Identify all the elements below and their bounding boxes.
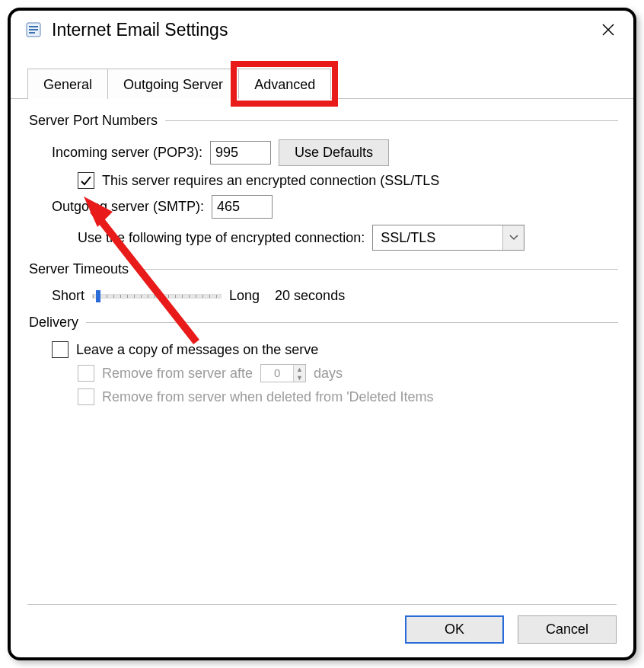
ssl-checkbox[interactable] — [78, 172, 94, 189]
remove-after-days-value: 0 — [261, 365, 293, 382]
ssl-checkbox-label: This server requires an encrypted connec… — [102, 173, 439, 189]
remove-after-checkbox — [78, 365, 94, 382]
window-title: Internet Email Settings — [52, 20, 228, 40]
section-rule — [86, 322, 618, 323]
section-rule — [165, 120, 618, 121]
encryption-type-dropdown[interactable]: SSL/TLS — [372, 225, 524, 251]
leave-copy-label: Leave a copy of messages on the serve — [76, 342, 318, 358]
encryption-type-value: SSL/TLS — [373, 230, 502, 246]
section-title-timeouts: Server Timeouts — [29, 261, 129, 277]
dialog-footer: OK Cancel — [27, 604, 617, 644]
tab-panel-advanced: Server Port Numbers Incoming server (POP… — [11, 98, 633, 408]
outgoing-server-label: Outgoing server (SMTP): — [52, 199, 204, 215]
remove-after-days-spinner: 0 ▲ ▼ — [260, 364, 306, 382]
timeout-value: 20 seconds — [275, 288, 345, 304]
tab-general[interactable]: General — [27, 69, 108, 99]
tab-bar: General Outgoing Server Advanced — [27, 69, 633, 99]
remove-after-label: Remove from server afte — [102, 366, 253, 382]
incoming-server-label: Incoming server (POP3): — [52, 145, 202, 161]
section-title-delivery: Delivery — [29, 315, 78, 331]
incoming-port-input[interactable] — [210, 141, 271, 165]
app-icon — [24, 21, 43, 39]
remove-deleted-label: Remove from server when deleted from 'De… — [102, 389, 434, 405]
remove-deleted-checkbox — [78, 388, 94, 405]
svg-rect-2 — [29, 29, 38, 30]
timeout-short-label: Short — [52, 288, 84, 304]
svg-rect-3 — [29, 32, 35, 34]
slider-thumb[interactable] — [96, 290, 100, 302]
tab-outgoing-server[interactable]: Outgoing Server — [107, 69, 239, 99]
chevron-down-icon — [502, 225, 524, 250]
section-delivery: Delivery Leave a copy of messages on the… — [29, 315, 618, 408]
tab-advanced[interactable]: Advanced — [238, 69, 331, 99]
use-defaults-button[interactable]: Use Defaults — [279, 139, 389, 166]
spinner-up-icon: ▲ — [293, 365, 305, 373]
outgoing-port-input[interactable] — [212, 195, 273, 219]
timeout-slider[interactable] — [92, 294, 222, 299]
svg-rect-1 — [29, 26, 38, 27]
section-server-timeouts: Server Timeouts Short Long 20 seconds — [29, 261, 618, 307]
ok-button[interactable]: OK — [405, 615, 504, 644]
section-server-port-numbers: Server Port Numbers Incoming server (POP… — [29, 113, 618, 254]
cancel-button[interactable]: Cancel — [518, 615, 617, 644]
section-title-ports: Server Port Numbers — [29, 113, 158, 129]
section-rule — [136, 269, 618, 270]
title-bar: Internet Email Settings — [11, 11, 633, 46]
close-button[interactable] — [594, 18, 623, 41]
leave-copy-checkbox[interactable] — [52, 341, 69, 358]
encryption-type-label: Use the following type of encrypted conn… — [78, 230, 365, 246]
dialog-frame: Internet Email Settings General Outgoing… — [8, 8, 636, 660]
spinner-down-icon: ▼ — [293, 373, 305, 382]
days-label: days — [314, 366, 343, 382]
timeout-long-label: Long — [229, 288, 260, 304]
